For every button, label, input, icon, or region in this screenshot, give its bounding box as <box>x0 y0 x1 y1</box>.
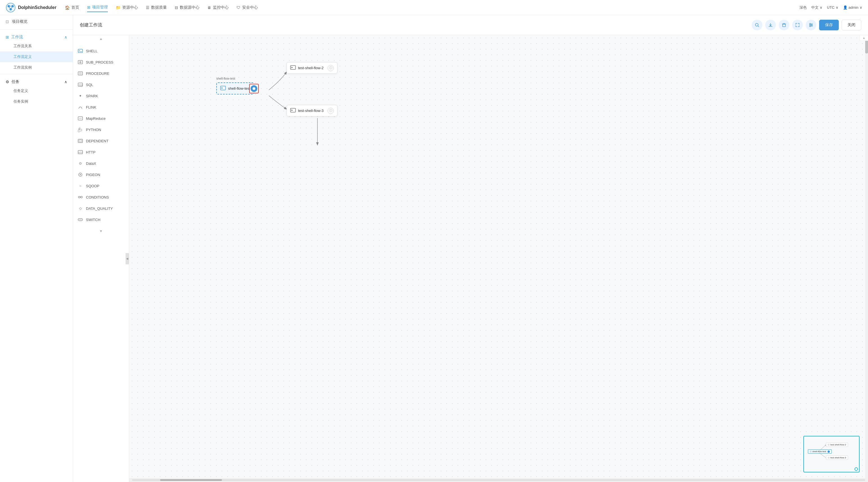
node-info-btn-2[interactable]: ⓘ <box>328 65 334 71</box>
node-test-shell-flow-2-box[interactable]: test-shell-flow-2 ⓘ <box>286 62 337 74</box>
nav-datasource[interactable]: ⊟ 数据源中心 <box>175 3 199 12</box>
svg-point-15 <box>810 23 811 25</box>
sidebar-sub-task-instance[interactable]: 任务实例 <box>0 96 73 107</box>
sqoop-icon: ○ <box>78 183 83 189</box>
canvas-bottom-scrollbar[interactable] <box>129 478 868 482</box>
node-test-shell-flow-2[interactable]: test-shell-flow-2 ⓘ <box>286 62 337 74</box>
chevron-down-icon-tz: ∨ <box>836 5 838 9</box>
task-item-sqoop[interactable]: ○ SQOOP <box>73 180 129 192</box>
task-item-mapreduce[interactable]: MapReduce <box>73 113 129 124</box>
task-item-python[interactable]: PYTHON <box>73 124 129 135</box>
panel-scroll-right[interactable]: ◀ <box>126 253 129 264</box>
sidebar-sub-workflow-relation[interactable]: 工作流关系 <box>0 41 73 52</box>
svg-point-17 <box>810 26 811 27</box>
task-item-switch[interactable]: SWITCH <box>73 214 129 225</box>
svg-line-8 <box>758 26 759 27</box>
nav-home[interactable]: 🏠 首页 <box>65 3 79 12</box>
nav-right: 深色 中文 ∨ UTC ∨ 👤 admin ∨ <box>800 5 862 10</box>
close-button[interactable]: 关闭 <box>842 20 861 30</box>
download-icon <box>768 23 773 27</box>
nav-project[interactable]: ⊞ 项目管理 <box>87 3 108 12</box>
fullscreen-button[interactable] <box>792 20 803 30</box>
settings-button[interactable] <box>806 20 816 30</box>
workflow-icon: ⊞ <box>6 35 9 39</box>
user-icon: 👤 <box>843 5 847 9</box>
overview-icon: ⊡ <box>6 20 9 24</box>
main-layout: ⊡ 项目概览 ⊞ 工作流 ∧ 工作流关系 工作流定义 工作流实例 ⚙ 任务 ∧ … <box>0 15 868 482</box>
task-item-dataquality[interactable]: ◇ DATA_QUALITY <box>73 203 129 214</box>
task-item-subprocess[interactable]: SUB_PROCESS <box>73 57 129 68</box>
task-panel: ▲ SHELL SUB_PROCESS <box>73 35 129 482</box>
fullscreen-icon <box>795 23 800 27</box>
task-item-http[interactable]: HTTP HTTP <box>73 146 129 158</box>
nav-resource[interactable]: 📁 资源中心 <box>116 3 138 12</box>
timezone-switcher[interactable]: UTC ∨ <box>827 5 838 9</box>
workflow-canvas[interactable]: shell-flow-test shell-flow-test <box>129 35 868 478</box>
svg-rect-30 <box>78 139 83 143</box>
node-shell2-icon <box>290 65 296 71</box>
node-test-shell-flow-3-box[interactable]: test-shell-flow-3 ⓘ <box>286 105 337 116</box>
canvas-right-scrollbar[interactable] <box>865 35 868 478</box>
chevron-up-canvas-icon: ▲ <box>863 36 865 39</box>
delete-button[interactable] <box>779 20 789 30</box>
subprocess-icon <box>78 59 83 65</box>
search-icon <box>755 23 759 27</box>
pigeon-icon <box>78 172 83 177</box>
nav-quality[interactable]: ☰ 数据质量 <box>146 3 167 12</box>
sidebar-sub-workflow-definition[interactable]: 工作流定义 <box>0 52 73 62</box>
chevron-right-panel-icon: ◀ <box>126 257 128 260</box>
canvas-right-scroll-thumb[interactable] <box>865 39 868 53</box>
app-logo[interactable]: DolphinScheduler <box>6 3 57 13</box>
panel-scroll-down[interactable]: ▼ <box>73 228 129 234</box>
task-item-flink[interactable]: FLINK <box>73 102 129 113</box>
node-shell2-label: test-shell-flow-2 <box>298 66 323 70</box>
canvas-scroll-up-indicator[interactable]: ▲ <box>860 35 868 41</box>
download-button[interactable] <box>765 20 776 30</box>
sidebar-item-overview[interactable]: ⊡ 项目概览 <box>0 15 73 28</box>
task-item-sql[interactable]: SQL SQL <box>73 79 129 90</box>
canvas-wrapper: ▲ SHELL SUB_PROCESS <box>73 35 868 482</box>
task-item-shell[interactable]: SHELL <box>73 45 129 57</box>
node-shell-icon <box>220 85 226 92</box>
save-button[interactable]: 保存 <box>819 20 839 30</box>
svg-point-36 <box>79 196 80 198</box>
language-switcher[interactable]: 中文 ∨ <box>811 5 823 10</box>
nav-security[interactable]: 🛡 安全中心 <box>237 3 258 12</box>
node-active-container[interactable] <box>249 84 259 93</box>
task-item-datax[interactable]: ⊙ DataX <box>73 158 129 169</box>
svg-rect-43 <box>290 108 296 112</box>
chevron-down-icon: ∨ <box>820 5 823 9</box>
nav-monitor[interactable]: 🖥 监控中心 <box>207 3 229 12</box>
task-item-spark[interactable]: ✦ SPARK <box>73 90 129 102</box>
task-item-pigeon[interactable]: PIGEON <box>73 169 129 180</box>
search-button[interactable] <box>752 20 763 30</box>
chevron-up-icon-task: ∧ <box>64 80 67 84</box>
svg-rect-23 <box>78 72 83 75</box>
node-test-shell-flow-3[interactable]: test-shell-flow-3 ⓘ <box>286 105 337 116</box>
settings-icon <box>809 23 813 27</box>
sql-icon: SQL <box>78 82 83 87</box>
task-item-dependent[interactable]: DEPENDENT <box>73 135 129 146</box>
procedure-icon <box>78 70 83 76</box>
sidebar-sub-workflow-instance[interactable]: 工作流实例 <box>0 62 73 73</box>
mini-arrows <box>804 436 859 472</box>
task-item-procedure[interactable]: PROCEDURE <box>73 68 129 79</box>
node-name-label-shell: shell-flow-test <box>216 77 235 80</box>
task-item-conditions[interactable]: CONDITIONS <box>73 192 129 203</box>
sidebar-sub-task-definition[interactable]: 任务定义 <box>0 85 73 96</box>
theme-switcher[interactable]: 深色 <box>800 5 807 10</box>
spark-icon: ✦ <box>78 93 83 99</box>
panel-scroll-up[interactable]: ▲ <box>73 35 129 42</box>
dependent-icon <box>78 138 83 144</box>
chevron-down-panel-icon: ▼ <box>99 229 103 233</box>
app-name: DolphinScheduler <box>18 5 57 10</box>
node-shell-flow-test-box[interactable]: shell-flow-test <box>216 82 254 94</box>
sidebar-section-workflow[interactable]: ⊞ 工作流 ∧ <box>0 31 73 41</box>
scroll-thumb[interactable] <box>160 479 222 481</box>
user-menu[interactable]: 👤 admin ∨ <box>843 5 862 9</box>
node-shell-flow-test[interactable]: shell-flow-test shell-flow-test <box>216 82 254 94</box>
chevron-down-icon-user: ∨ <box>860 5 862 9</box>
sidebar-section-task[interactable]: ⚙ 任务 ∧ <box>0 75 73 85</box>
svg-rect-9 <box>783 24 785 27</box>
node-info-btn-3[interactable]: ⓘ <box>328 108 334 114</box>
